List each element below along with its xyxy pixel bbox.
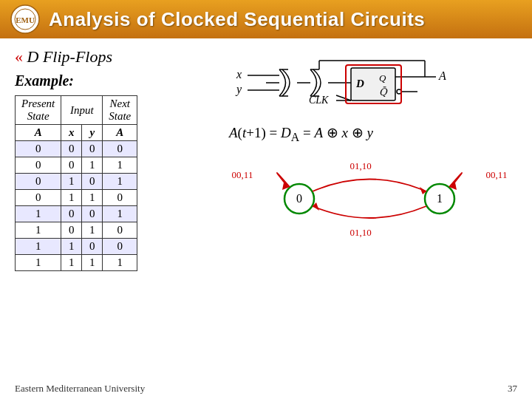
cell: 1 <box>82 190 103 206</box>
cell: 1 <box>82 255 103 271</box>
page-title: Analysis of Clocked Sequential Circuits <box>49 8 425 31</box>
cell: 1 <box>61 174 82 190</box>
table-row: 0 1 1 0 <box>16 190 137 206</box>
cell: 1 <box>16 255 61 271</box>
cell: 0 <box>16 190 61 206</box>
table-row: 1 1 0 0 <box>16 239 137 255</box>
emu-logo-icon: EMU <box>10 4 40 34</box>
cell: 1 <box>103 174 137 190</box>
svg-text:Q̄: Q̄ <box>379 86 388 98</box>
cell: 1 <box>61 239 82 255</box>
formula-text: A(t+1) = DA = A ⊕ x ⊕ y <box>229 125 373 140</box>
table-row: 1 0 0 1 <box>16 206 137 222</box>
table-header-row: PresentState Input NextState <box>16 96 137 125</box>
cell: 1 <box>16 222 61 239</box>
cell: 0 <box>82 141 103 157</box>
svg-text:Q: Q <box>379 72 386 83</box>
cell: 0 <box>103 222 137 239</box>
example-text: Example: <box>15 72 74 89</box>
cell: 0 <box>82 206 103 222</box>
cell: 0 <box>82 174 103 190</box>
table-sub-header-row: A x y A <box>16 125 137 141</box>
col-y-header: y <box>82 125 103 141</box>
col-nextA-header: A <box>103 125 137 141</box>
circuit-diagram: x y D Q Q̄ <box>229 55 480 121</box>
svg-text:CLK: CLK <box>309 95 329 106</box>
col-A-header: A <box>16 125 61 141</box>
cell: 0 <box>61 157 82 174</box>
cell: 0 <box>16 141 61 157</box>
svg-text:01,10: 01,10 <box>349 160 371 171</box>
svg-text:00,11: 00,11 <box>486 169 508 180</box>
cell: 1 <box>61 255 82 271</box>
cell: 1 <box>103 206 137 222</box>
flip-flop-label: D Flip-Flops <box>27 47 113 66</box>
header: EMU Analysis of Clocked Sequential Circu… <box>0 0 532 38</box>
cell: 0 <box>61 222 82 239</box>
page-number: 37 <box>508 383 517 395</box>
state-diagram: 0 1 01,10 01,10 00,11 00,11 <box>229 156 510 241</box>
example-label: Example: <box>15 72 214 89</box>
left-panel: « D Flip-Flops Example: PresentState Inp… <box>15 47 214 271</box>
next-state-header: NextState <box>103 96 137 125</box>
cell: 1 <box>16 206 61 222</box>
svg-text:D: D <box>355 78 364 89</box>
state-table: PresentState Input NextState A x y A 0 0… <box>15 95 137 271</box>
cell: 1 <box>82 157 103 174</box>
svg-text:EMU: EMU <box>16 16 35 24</box>
cell: 1 <box>103 157 137 174</box>
table-row: 1 1 1 1 <box>16 255 137 271</box>
col-x-header: x <box>61 125 82 141</box>
cell: 0 <box>82 239 103 255</box>
cell: 0 <box>103 190 137 206</box>
table-row: 1 0 1 0 <box>16 222 137 239</box>
present-state-header: PresentState <box>16 96 61 125</box>
bullet-icon: « <box>15 47 23 66</box>
cell: 0 <box>16 157 61 174</box>
cell: 1 <box>61 190 82 206</box>
footer: Eastern Mediterranean University 37 <box>0 383 532 395</box>
table-row: 0 0 1 1 <box>16 157 137 174</box>
cell: 1 <box>82 222 103 239</box>
right-panel: x y D Q Q̄ <box>229 47 517 271</box>
svg-text:1: 1 <box>437 192 443 205</box>
svg-text:A: A <box>438 69 446 82</box>
cell: 0 <box>103 239 137 255</box>
table-row: 0 0 0 0 <box>16 141 137 157</box>
cell: 0 <box>61 141 82 157</box>
university-name: Eastern Mediterranean University <box>15 383 145 395</box>
cell: 0 <box>16 174 61 190</box>
main-content: « D Flip-Flops Example: PresentState Inp… <box>0 38 532 277</box>
svg-line-24 <box>336 95 351 100</box>
formula-area: A(t+1) = DA = A ⊕ x ⊕ y <box>229 124 373 144</box>
cell: 0 <box>61 206 82 222</box>
svg-text:0: 0 <box>296 192 302 205</box>
svg-text:y: y <box>235 83 242 96</box>
svg-text:01,10: 01,10 <box>349 227 371 238</box>
svg-text:00,11: 00,11 <box>232 169 253 180</box>
section-title: « D Flip-Flops <box>15 47 214 66</box>
cell: 0 <box>103 141 137 157</box>
table-body: 0 0 0 0 0 0 1 1 0 1 0 1 0 <box>16 141 137 271</box>
svg-text:x: x <box>236 68 242 81</box>
cell: 1 <box>103 255 137 271</box>
cell: 1 <box>16 239 61 255</box>
input-header: Input <box>61 96 103 125</box>
table-row: 0 1 0 1 <box>16 174 137 190</box>
